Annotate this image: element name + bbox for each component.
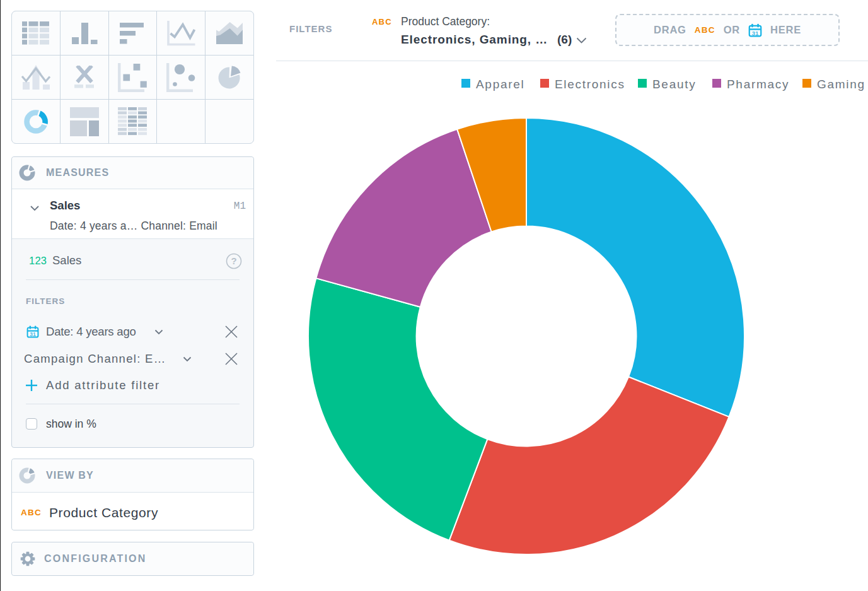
svg-text:31: 31 — [751, 29, 759, 36]
svg-text:?: ? — [231, 255, 236, 266]
svg-text:31: 31 — [30, 331, 36, 337]
